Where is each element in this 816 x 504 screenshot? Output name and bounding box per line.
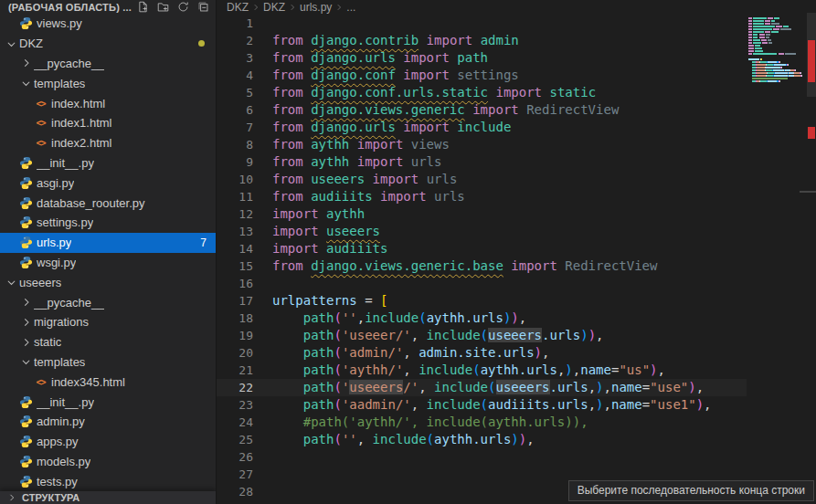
line-number: 12 — [217, 205, 253, 223]
python-file-icon — [18, 395, 34, 409]
breadcrumb-item-3[interactable]: ... — [346, 1, 355, 14]
token: .urls — [542, 328, 580, 342]
code-line-6[interactable]: 6from django.views.generic import Redire… — [217, 101, 747, 119]
tree-folder-templates[interactable]: templates — [0, 352, 216, 373]
explorer-sidebar: (РАБОЧАЯ ОБЛАСТЬ) ... views.pyDKZ__pycac… — [0, 0, 217, 504]
token: admin — [481, 33, 519, 47]
code-text: path('',include(aythh.urls)), — [272, 310, 526, 325]
code-line-23[interactable]: 23 path('aadmin/', include(audiiits.urls… — [217, 396, 747, 414]
code-line-7[interactable]: 7from django.urls import include — [217, 119, 747, 136]
code-line-15[interactable]: 15from django.views.generic.base import … — [217, 257, 747, 275]
tree-folder-useeers[interactable]: useeers — [0, 272, 216, 292]
token: django.views.generic — [311, 102, 465, 117]
code-line-5[interactable]: 5from django.conf.urls.static import sta… — [217, 84, 747, 101]
breadcrumb-item-2[interactable]: urls.py — [300, 1, 332, 14]
code-line-1[interactable]: 1 — [217, 15, 747, 32]
token: RedirectView — [526, 102, 619, 117]
code-line-8[interactable]: 8from aythh import views — [217, 136, 747, 153]
code-line-11[interactable]: 11from audiiits import urls — [217, 188, 747, 205]
outline-section-header[interactable]: СТРУКТУРА — [0, 491, 216, 504]
tree-folder-pycache[interactable]: __pycache__ — [0, 54, 216, 74]
tree-file-views-py[interactable]: views.py — [0, 14, 216, 34]
token — [465, 102, 472, 117]
python-file-icon — [18, 236, 34, 249]
code-line-19[interactable]: 19 path('useeer/', include(useeers.urls)… — [217, 327, 747, 344]
token: from — [272, 50, 303, 65]
breadcrumb-item-1[interactable]: DKZ — [263, 1, 285, 14]
token — [303, 102, 311, 117]
token — [303, 258, 311, 273]
code-line-17[interactable]: 17urlpatterns = [ — [217, 292, 747, 310]
line-number: 15 — [217, 257, 253, 275]
code-line-12[interactable]: 12import aythh — [217, 205, 747, 223]
tree-file-settings-py[interactable]: settings.py — [0, 213, 216, 233]
tree-file-index-html[interactable]: <>index.html — [0, 93, 216, 113]
token: aythh.urls — [434, 432, 511, 446]
code-line-25[interactable]: 25 path('', include(aythh.urls)), — [217, 431, 747, 448]
code-line-9[interactable]: 9from aythh import urls — [217, 153, 747, 171]
collapse-all-icon[interactable] — [196, 0, 210, 14]
token: #path('aythh/', include(aythh.urls)), — [272, 415, 588, 429]
code-line-10[interactable]: 10from useeers import urls — [217, 171, 747, 188]
minimap[interactable] — [748, 15, 806, 91]
tree-folder-migrations[interactable]: migrations — [0, 312, 216, 332]
code-text: import audiiits — [272, 241, 387, 256]
tree-file-urls-py[interactable]: urls.py7 — [0, 233, 216, 253]
token: , — [573, 362, 580, 377]
tree-file-database-roouter-py[interactable]: database_roouter.py — [0, 193, 216, 213]
tree-file-init-py[interactable]: __init__.py — [0, 392, 216, 412]
code-line-16[interactable]: 16 — [217, 275, 747, 292]
tree-folder-static[interactable]: static — [0, 332, 216, 352]
refresh-icon[interactable] — [176, 0, 190, 14]
code-line-26[interactable]: 26 — [217, 448, 747, 466]
tree-file-tests-py[interactable]: tests.py — [0, 471, 216, 491]
new-folder-icon[interactable] — [156, 0, 170, 14]
tree-file-index1-html[interactable]: <>index1.html — [0, 113, 216, 133]
code-line-20[interactable]: 20 path('admin/', admin.site.urls), — [217, 344, 747, 362]
code-line-21[interactable]: 21 path('aythh/', include(aythh.urls,),n… — [217, 362, 747, 379]
tree-file-init-py[interactable]: __init__.py — [0, 153, 216, 173]
tree-file-asgi-py[interactable]: asgi.py — [0, 173, 216, 193]
breadcrumb-item-0[interactable]: DKZ — [227, 1, 249, 14]
tree-item-label: migrations — [34, 315, 89, 329]
tree-item-label: models.py — [37, 455, 90, 468]
line-number: 11 — [217, 188, 253, 205]
tree-file-apps-py[interactable]: apps.py — [0, 432, 216, 452]
token — [303, 85, 311, 100]
tree-file-index2-html[interactable]: <>index2.html — [0, 133, 216, 153]
line-number: 25 — [217, 431, 253, 448]
tree-folder-templates[interactable]: templates — [0, 73, 216, 93]
token: path — [303, 362, 334, 377]
line-number: 7 — [217, 119, 253, 136]
token: from — [272, 137, 303, 152]
token: , — [519, 310, 526, 325]
token: ) — [588, 328, 596, 342]
tree-item-label: index2.html — [51, 136, 111, 150]
code-line-14[interactable]: 14import audiiits — [217, 240, 747, 257]
code-line-24[interactable]: 24 #path('aythh/', include(aythh.urls)), — [217, 414, 747, 431]
code-text: from aythh import urls — [272, 154, 441, 169]
code-line-2[interactable]: 2from django.contrib import admin — [217, 32, 747, 49]
token: = — [642, 380, 650, 394]
token — [272, 432, 303, 446]
code-area[interactable]: 12from django.contrib import admin3from … — [217, 15, 747, 504]
tree-file-models-py[interactable]: models.py — [0, 452, 216, 472]
token: aythh.urls — [481, 362, 557, 377]
code-line-13[interactable]: 13import useeers — [217, 223, 747, 240]
new-file-icon[interactable] — [136, 0, 150, 14]
tree-file-index345-html[interactable]: <>index345.html — [0, 372, 216, 392]
tree-file-admin-py[interactable]: admin.py — [0, 412, 216, 432]
token: , — [526, 432, 534, 446]
token — [349, 137, 356, 152]
line-number: 9 — [217, 153, 253, 171]
tree-folder-pycache[interactable]: __pycache__ — [0, 292, 216, 312]
tree-file-wsgi-py[interactable]: wsgi.py — [0, 253, 216, 273]
code-line-22[interactable]: 22 path('useeers/', include(useeers.urls… — [217, 379, 747, 396]
code-line-3[interactable]: 3from django.urls import path — [217, 49, 747, 67]
tree-folder-dkz[interactable]: DKZ — [0, 34, 216, 54]
token — [303, 50, 311, 65]
code-line-4[interactable]: 4from django.conf import settings — [217, 67, 747, 84]
token: "use1" — [650, 397, 696, 412]
code-line-18[interactable]: 18 path('',include(aythh.urls)), — [217, 310, 747, 327]
explorer-section-header[interactable]: (РАБОЧАЯ ОБЛАСТЬ) ... — [0, 0, 216, 14]
